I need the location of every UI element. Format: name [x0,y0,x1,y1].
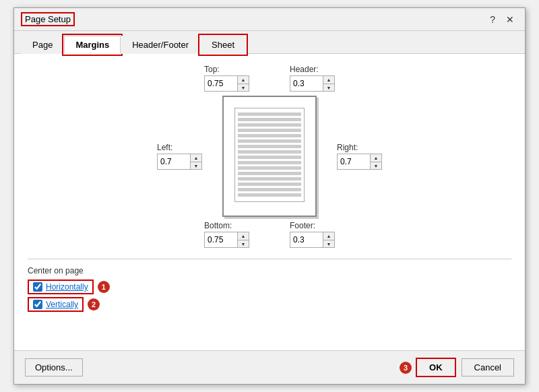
top-label: Top: [204,65,220,74]
options-button[interactable]: Options... [25,358,83,377]
footer-right: 3 OK Cancel [400,358,514,377]
footer-input[interactable] [290,232,323,247]
left-spinner: ▲ ▼ [157,154,202,170]
bottom-spin-up[interactable]: ▲ [238,232,249,240]
header-spin-buttons: ▲ ▼ [323,76,334,91]
horizontally-badge: 1 [98,281,110,293]
tab-margins[interactable]: Margins [64,36,121,54]
page-line [238,161,301,164]
page-preview [222,96,317,217]
left-spin-up[interactable]: ▲ [191,154,201,162]
header-spinner: ▲ ▼ [290,75,335,92]
center-on-page-label: Center on page [28,266,511,275]
top-spin-down[interactable]: ▼ [238,84,249,91]
header-spin-up[interactable]: ▲ [323,76,334,84]
footer-spin-down[interactable]: ▼ [323,240,334,247]
bottom-input[interactable] [205,232,237,247]
horizontally-row: Horizontally 1 [28,280,511,294]
right-input[interactable] [338,154,370,169]
dialog-footer: Options... 3 OK Cancel [14,350,525,384]
vertically-label[interactable]: Vertically [46,300,78,309]
tab-sheet[interactable]: Sheet [200,36,246,54]
page-line [238,166,301,170]
margin-layout: Top: ▲ ▼ Header: ▲ [28,65,511,339]
header-spin-down[interactable]: ▼ [323,84,334,91]
page-lines [235,108,304,201]
right-field-group: Right: ▲ ▼ [337,143,382,170]
page-line [238,183,301,186]
top-spin-up[interactable]: ▲ [238,76,249,84]
right-spinner: ▲ ▼ [337,154,382,170]
close-button[interactable]: ✕ [502,13,518,26]
page-line [238,188,301,191]
top-spin-buttons: ▲ ▼ [237,76,249,91]
header-input[interactable] [290,76,323,91]
page-line [238,129,301,132]
footer-label: Footer: [290,221,315,230]
left-spin-buttons: ▲ ▼ [190,154,201,169]
left-field-group: Left: ▲ ▼ [157,143,202,170]
footer-field-group: Footer: ▲ ▼ [290,221,335,248]
middle-row: Left: ▲ ▼ [28,96,511,217]
vertically-row: Vertically 2 [28,297,511,312]
title-bar: Page Setup ? ✕ [14,8,525,31]
right-spin-up[interactable]: ▲ [371,154,381,162]
vertically-checkbox[interactable] [33,300,42,309]
page-line [238,150,301,154]
dialog-content: Top: ▲ ▼ Header: ▲ [14,54,525,350]
page-line [238,172,301,175]
tab-page[interactable]: Page [21,36,64,54]
ok-button[interactable]: OK [416,358,456,377]
bottom-spin-buttons: ▲ ▼ [237,232,249,247]
right-spin-buttons: ▲ ▼ [370,154,381,169]
page-line [238,123,301,127]
ok-badge-wrapper: 3 OK [400,358,456,377]
page-line [238,177,301,181]
horizontally-checkbox[interactable] [33,282,42,292]
footer-spin-up[interactable]: ▲ [323,232,334,240]
page-setup-dialog: Page Setup ? ✕ Page Margins Header/Foote… [13,7,526,385]
bottom-spin-down[interactable]: ▼ [238,240,249,247]
page-line [238,134,301,137]
cancel-button[interactable]: Cancel [462,358,514,377]
bottom-field-group: Bottom: ▲ ▼ [204,221,249,248]
top-spinner: ▲ ▼ [204,75,249,92]
horizontally-label[interactable]: Horizontally [46,282,88,292]
center-on-page-section: Center on page Horizontally 1 Vertically… [28,259,511,315]
help-button[interactable]: ? [486,13,499,26]
top-input[interactable] [205,76,237,91]
header-field-group: Header: ▲ ▼ [290,65,335,92]
right-spin-down[interactable]: ▼ [371,162,381,169]
page-line [238,193,301,197]
page-line [238,112,301,116]
footer-spinner: ▲ ▼ [290,232,335,248]
left-input[interactable] [158,154,190,169]
ok-badge: 3 [400,362,412,374]
page-inner [234,108,305,202]
dialog-title: Page Setup [21,12,75,26]
top-field-group: Top: ▲ ▼ [204,65,249,92]
left-spin-down[interactable]: ▼ [191,162,201,169]
vertically-badge: 2 [88,298,100,311]
title-bar-left: Page Setup [21,12,75,26]
bottom-label: Bottom: [204,221,232,230]
page-line [238,139,301,143]
tab-bar: Page Margins Header/Footer Sheet [14,31,525,54]
top-row: Top: ▲ ▼ Header: ▲ [204,65,335,92]
footer-spin-buttons: ▲ ▼ [323,232,334,247]
right-label: Right: [337,143,358,152]
page-line [238,118,301,121]
tab-header-footer[interactable]: Header/Footer [121,36,200,54]
bottom-spinner: ▲ ▼ [204,232,249,248]
horizontally-checkbox-container: Horizontally [28,280,94,294]
page-line [238,156,301,159]
left-label: Left: [157,143,172,152]
bottom-row: Bottom: ▲ ▼ Footer: ▲ [204,221,335,248]
vertically-checkbox-container: Vertically [28,297,84,312]
header-label: Header: [290,65,319,74]
page-line [238,145,301,148]
title-controls: ? ✕ [486,13,518,26]
